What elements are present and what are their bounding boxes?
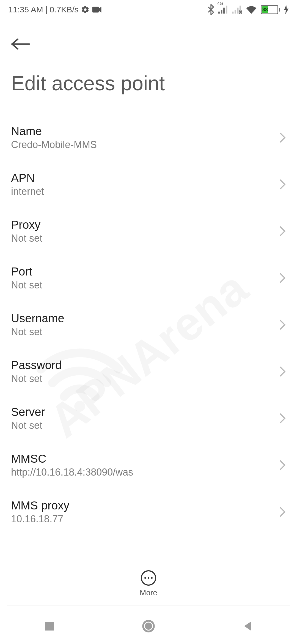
- row-label: APN: [11, 171, 44, 185]
- row-username[interactable]: Username Not set: [11, 301, 286, 348]
- more-icon: [141, 570, 156, 586]
- row-value: http://10.16.18.4:38090/was: [11, 466, 133, 478]
- more-button[interactable]: More: [0, 570, 297, 597]
- more-label: More: [140, 588, 157, 597]
- row-proxy[interactable]: Proxy Not set: [11, 208, 286, 255]
- status-bar: 11:35 AM | 0.7KB/s 4G 38: [0, 0, 297, 19]
- settings-gear-icon: [81, 5, 90, 14]
- chevron-right-icon: [279, 413, 286, 424]
- row-label: Name: [11, 125, 97, 138]
- row-value: 10.16.18.77: [11, 513, 69, 525]
- nav-back-button[interactable]: [239, 617, 256, 635]
- row-label: MMSC: [11, 452, 133, 465]
- battery-indicator: 38: [261, 5, 280, 14]
- wifi-icon: [246, 5, 257, 14]
- bluetooth-icon: [207, 4, 215, 15]
- row-value: Not set: [11, 279, 42, 291]
- row-mmsc[interactable]: MMSC http://10.16.18.4:38090/was: [11, 442, 286, 489]
- svg-rect-5: [226, 6, 227, 14]
- row-label: Password: [11, 359, 62, 372]
- camera-icon: [92, 6, 102, 13]
- chevron-right-icon: [279, 225, 286, 237]
- chevron-right-icon: [279, 506, 286, 518]
- chevron-right-icon: [279, 459, 286, 471]
- system-nav-bar: [0, 608, 297, 644]
- signal-icon-1: [218, 6, 228, 14]
- chevron-right-icon: [279, 319, 286, 331]
- bottom-divider: [7, 605, 290, 605]
- row-label: MMS proxy: [11, 499, 69, 512]
- chevron-right-icon: [279, 366, 286, 377]
- charging-icon: [284, 5, 289, 14]
- row-label: Port: [11, 265, 42, 278]
- row-label: Username: [11, 312, 64, 325]
- page-title: Edit access point: [0, 61, 297, 114]
- row-apn[interactable]: APN internet: [11, 161, 286, 208]
- row-label: Proxy: [11, 218, 42, 231]
- battery-percent: 38: [262, 6, 268, 13]
- settings-list: Name Credo-Mobile-MMS APN internet Proxy…: [0, 114, 297, 535]
- svg-rect-4: [223, 8, 225, 14]
- svg-rect-6: [232, 12, 233, 13]
- row-value: internet: [11, 186, 44, 197]
- arrow-left-icon: [11, 37, 30, 51]
- row-value: Not set: [11, 233, 42, 244]
- chevron-right-icon: [279, 272, 286, 284]
- svg-rect-10: [45, 622, 54, 631]
- nav-home-button[interactable]: [140, 617, 157, 635]
- svg-rect-1: [92, 7, 99, 13]
- signal-icon-2: [232, 6, 242, 14]
- row-value: Not set: [11, 373, 62, 384]
- triangle-left-icon: [242, 621, 253, 632]
- row-name[interactable]: Name Credo-Mobile-MMS: [11, 114, 286, 161]
- row-label: Server: [11, 405, 45, 419]
- status-network-speed: 0.7KB/s: [50, 5, 79, 14]
- svg-rect-3: [221, 10, 222, 13]
- svg-rect-7: [235, 10, 236, 13]
- back-button[interactable]: [11, 30, 38, 58]
- square-icon: [44, 621, 55, 632]
- row-value: Credo-Mobile-MMS: [11, 139, 97, 151]
- row-value: Not set: [11, 326, 64, 338]
- row-port[interactable]: Port Not set: [11, 255, 286, 301]
- row-mms-proxy[interactable]: MMS proxy 10.16.18.77: [11, 489, 286, 535]
- circle-icon: [141, 619, 156, 633]
- row-server[interactable]: Server Not set: [11, 395, 286, 442]
- chevron-right-icon: [279, 132, 286, 143]
- svg-point-12: [145, 623, 152, 630]
- chevron-right-icon: [279, 179, 286, 190]
- status-time: 11:35 AM: [8, 5, 43, 14]
- network-type-label: 4G: [217, 1, 223, 6]
- row-password[interactable]: Password Not set: [11, 348, 286, 395]
- nav-recent-button[interactable]: [41, 617, 58, 635]
- svg-rect-8: [237, 8, 238, 14]
- status-divider: |: [45, 5, 48, 14]
- row-value: Not set: [11, 420, 45, 431]
- svg-rect-2: [218, 12, 220, 13]
